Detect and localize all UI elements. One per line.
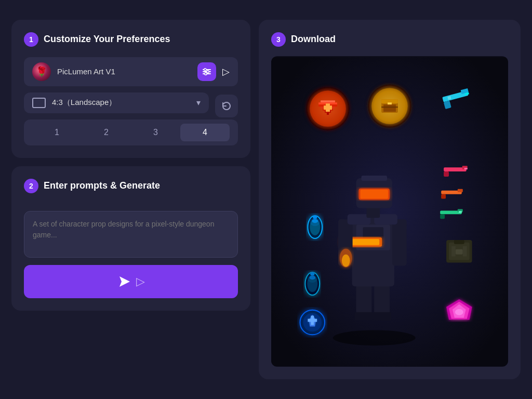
svg-point-3 (204, 68, 206, 70)
count-1-button[interactable]: 1 (32, 124, 82, 141)
step-1-badge: 1 (24, 32, 38, 47)
svg-point-5 (205, 72, 207, 74)
dropdown-arrow-icon: ▾ (196, 98, 201, 108)
svg-rect-59 (360, 189, 388, 198)
svg-rect-45 (355, 312, 374, 320)
svg-point-67 (310, 219, 320, 235)
svg-rect-71 (310, 272, 314, 275)
refresh-button[interactable] (215, 95, 238, 117)
svg-rect-44 (374, 284, 390, 314)
right-panel: 3 Download (259, 20, 521, 380)
aspect-ratio-label: 4:3（Landscape） (52, 98, 190, 108)
count-3-button[interactable]: 3 (131, 124, 180, 141)
svg-rect-76 (456, 249, 463, 254)
count-selector: 1 2 3 4 (24, 119, 238, 145)
svg-rect-25 (383, 104, 396, 112)
svg-rect-60 (361, 176, 387, 181)
step-2-badge: 2 (24, 179, 38, 193)
svg-marker-6 (119, 276, 130, 287)
svg-rect-35 (464, 168, 468, 169)
svg-rect-26 (381, 107, 398, 108)
model-avatar: 🌹 (32, 62, 51, 81)
customize-card: 1 Customize Your Preferences 🌹 PicLumen … (11, 20, 250, 158)
send-icon (117, 274, 132, 289)
model-name-label: PicLumen Art V1 (57, 67, 191, 76)
svg-rect-19 (324, 105, 332, 110)
svg-rect-77 (451, 246, 456, 256)
svg-point-72 (307, 275, 317, 292)
svg-rect-66 (313, 216, 317, 219)
svg-rect-17 (327, 113, 329, 115)
pixel-art-preview (271, 56, 508, 367)
customize-header: 1 Customize Your Preferences (24, 32, 238, 47)
cursor-1: ▷ (222, 66, 230, 77)
customize-title: Customize Your Preferences (44, 34, 170, 45)
prompt-input[interactable] (24, 211, 238, 258)
refresh-icon (221, 100, 232, 112)
prompt-header: 2 Enter prompts & Generate (24, 179, 238, 193)
prompt-card: 2 Enter prompts & Generate ▷ (11, 166, 250, 311)
svg-rect-75 (454, 240, 464, 244)
aspect-ratio-row: 4:3（Landscape） ▾ (24, 92, 238, 119)
svg-rect-34 (444, 171, 449, 177)
svg-rect-11 (321, 100, 335, 102)
svg-point-82 (455, 309, 463, 315)
svg-rect-42 (459, 211, 462, 212)
svg-rect-56 (366, 206, 380, 218)
svg-point-8 (333, 330, 416, 345)
sliders-icon (202, 67, 211, 76)
svg-point-4 (207, 70, 209, 72)
cursor-2: ▷ (136, 275, 145, 288)
left-panel: 1 Customize Your Preferences 🌹 PicLumen … (11, 20, 250, 380)
aspect-ratio-selector[interactable]: 4:3（Landscape） ▾ (24, 92, 209, 113)
svg-rect-43 (356, 284, 372, 314)
model-selector[interactable]: 🌹 PicLumen Art V1 ▷ (24, 57, 238, 86)
svg-rect-78 (463, 246, 467, 256)
svg-rect-37 (458, 189, 463, 192)
filter-button[interactable] (197, 62, 216, 81)
count-2-button[interactable]: 2 (82, 124, 131, 141)
count-4-button[interactable]: 4 (180, 124, 230, 141)
app-container: 1 Customize Your Preferences 🌹 PicLumen … (11, 20, 521, 380)
svg-rect-87 (308, 318, 317, 322)
download-header: 3 Download (271, 32, 508, 47)
prompt-title: Enter prompts & Generate (44, 180, 160, 191)
svg-rect-41 (440, 214, 445, 219)
pixel-art-svg (271, 56, 508, 367)
svg-rect-38 (441, 194, 446, 198)
svg-rect-46 (373, 312, 391, 320)
aspect-ratio-icon (32, 98, 46, 108)
svg-point-62 (342, 254, 350, 267)
svg-rect-53 (392, 219, 407, 265)
step-3-badge: 3 (271, 32, 286, 47)
download-title: Download (291, 34, 336, 45)
generate-button[interactable]: ▷ (24, 265, 238, 298)
